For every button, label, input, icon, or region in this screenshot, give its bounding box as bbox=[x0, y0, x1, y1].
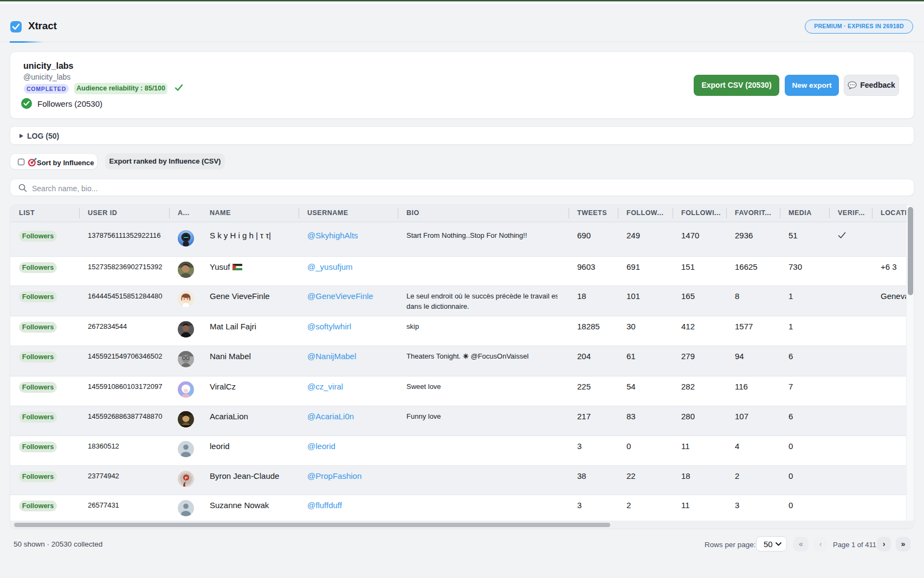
svg-text:P: P bbox=[185, 476, 188, 480]
